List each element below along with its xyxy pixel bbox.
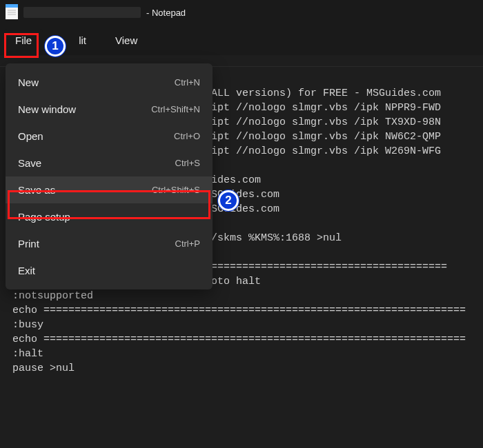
menu-page-setup-label: Page setup (18, 211, 70, 223)
menu-save-as-label: Save as (18, 184, 55, 196)
menu-new[interactable]: New Ctrl+N (6, 69, 213, 96)
menu-exit-label: Exit (18, 265, 35, 276)
svg-rect-1 (6, 4, 18, 8)
menu-open-label: Open (18, 130, 43, 142)
menu-save-shortcut: Ctrl+S (175, 158, 200, 168)
menu-new-shortcut: Ctrl+N (175, 77, 200, 88)
menu-save-as-shortcut: Ctrl+Shift+S (152, 185, 200, 195)
menu-open-shortcut: Ctrl+O (174, 131, 200, 141)
titlebar: - Notepad (0, 0, 483, 25)
menu-new-label: New (18, 77, 39, 88)
menu-save-label: Save (18, 157, 41, 169)
window-title: - Notepad (146, 8, 186, 18)
file-menu-dropdown: New Ctrl+N New window Ctrl+Shift+N Open … (6, 63, 213, 289)
menu-file[interactable]: File (4, 29, 43, 52)
menu-view[interactable]: View (104, 29, 148, 52)
notepad-icon (6, 4, 18, 21)
annotation-callout-1: 1 (45, 36, 66, 57)
menu-new-window-shortcut: Ctrl+Shift+N (151, 104, 200, 114)
menu-page-setup[interactable]: Page setup (6, 203, 213, 230)
menu-save[interactable]: Save Ctrl+S (6, 150, 213, 176)
menubar: File lit View (0, 25, 483, 55)
menu-print-label: Print (18, 238, 39, 250)
menu-edit[interactable]: lit (68, 29, 97, 52)
menu-new-window[interactable]: New window Ctrl+Shift+N (6, 96, 213, 123)
annotation-callout-2: 2 (218, 190, 239, 211)
menu-save-as[interactable]: Save as Ctrl+Shift+S (6, 176, 213, 203)
filename-redacted (23, 7, 141, 18)
menu-print[interactable]: Print Ctrl+P (6, 230, 213, 257)
menu-new-window-label: New window (18, 103, 76, 115)
menu-print-shortcut: Ctrl+P (175, 238, 200, 249)
menu-exit[interactable]: Exit (6, 257, 213, 284)
menu-open[interactable]: Open Ctrl+O (6, 123, 213, 150)
